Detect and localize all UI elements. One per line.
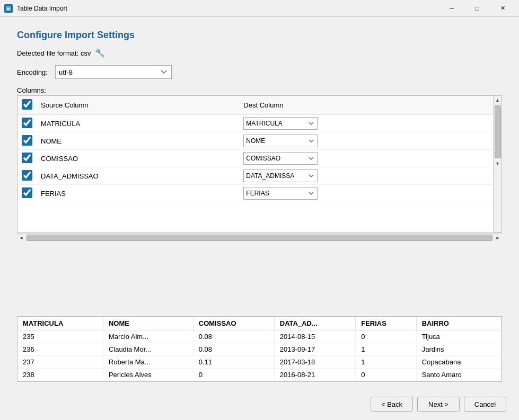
col-dest-cell: COMISSAO <box>239 150 493 167</box>
column-row: NOME NOME <box>17 132 493 150</box>
preview-col-header: DATA_AD... <box>274 317 355 330</box>
col-header-dest: Dest Column <box>239 96 493 115</box>
next-button[interactable]: Next > <box>417 397 460 412</box>
page-title: Configure Import Settings <box>17 30 502 41</box>
table-cell: 235 <box>17 330 103 343</box>
preview-col-header: FERIAS <box>356 317 416 330</box>
table-cell: Claudia Mor... <box>103 343 193 356</box>
file-format-label: Detected file format: csv <box>17 49 91 57</box>
col-header-check <box>17 96 37 115</box>
col-source-name: DATA_ADMISSAO <box>37 167 239 185</box>
column-row: COMISSAO COMISSAO <box>17 150 493 167</box>
col-checkbox-2[interactable] <box>22 153 32 163</box>
table-row: 235Marcio Alm...0.082014-08-150Tijuca <box>17 330 502 343</box>
table-cell: Copacabana <box>416 356 501 369</box>
col-dest-cell: DATA_ADMISSA <box>239 167 493 185</box>
encoding-select[interactable]: utf-8 latin-1 iso-8859-1 ascii <box>55 65 172 79</box>
horiz-scroll-thumb[interactable] <box>27 235 492 241</box>
select-all-checkbox[interactable] <box>22 99 32 110</box>
table-cell: 0 <box>356 330 416 343</box>
app-icon <box>4 4 13 13</box>
col-checkbox-1[interactable] <box>22 135 32 146</box>
col-checkbox-4[interactable] <box>22 187 32 198</box>
table-cell: 0 <box>193 369 274 381</box>
table-cell: Jardins <box>416 343 501 356</box>
table-cell: 0 <box>356 369 416 381</box>
scroll-right-arrow[interactable]: ► <box>494 234 502 242</box>
columns-table: Source Column Dest Column MATRICULA MATR… <box>17 96 493 202</box>
table-row: 237Roberta Ma...0.112017-03-181Copacaban… <box>17 356 502 369</box>
scroll-left-arrow[interactable]: ◄ <box>17 234 25 242</box>
table-row: 236Claudia Mor...0.082013-09-171Jardins <box>17 343 502 356</box>
wrench-icon[interactable]: 🔧 <box>95 48 105 58</box>
col-check-cell <box>17 185 37 202</box>
table-cell: 238 <box>17 369 103 381</box>
table-cell: 0.08 <box>193 343 274 356</box>
table-cell: Tijuca <box>416 330 501 343</box>
table-cell: Roberta Ma... <box>103 356 193 369</box>
svg-rect-1 <box>7 8 10 9</box>
columns-label: Columns: <box>17 86 502 94</box>
col-check-cell <box>17 167 37 185</box>
col-check-cell <box>17 115 37 132</box>
col-dest-select-4[interactable]: FERIAS <box>243 187 318 200</box>
preview-table: MATRICULANOMECOMISSAODATA_AD...FERIASBAI… <box>17 317 502 381</box>
table-cell: Pericles Alves <box>103 369 193 381</box>
minimize-button[interactable]: ─ <box>439 0 464 17</box>
table-cell: 2017-03-18 <box>274 356 355 369</box>
col-source-name: MATRICULA <box>37 115 239 132</box>
encoding-label: Encoding: <box>17 68 49 76</box>
col-source-name: FERIAS <box>37 185 239 202</box>
window: Table Data Import ─ □ ✕ Configure Import… <box>0 0 519 420</box>
column-row: DATA_ADMISSAO DATA_ADMISSA <box>17 167 493 185</box>
window-title: Table Data Import <box>17 5 439 12</box>
table-cell: 2013-09-17 <box>274 343 355 356</box>
preview-col-header: COMISSAO <box>193 317 274 330</box>
table-cell: 2014-08-15 <box>274 330 355 343</box>
scroll-thumb[interactable] <box>495 105 501 158</box>
col-dest-cell: MATRICULA <box>239 115 493 132</box>
preview-col-header: BAIRRO <box>416 317 501 330</box>
col-check-cell <box>17 132 37 150</box>
table-cell: 1 <box>356 356 416 369</box>
close-button[interactable]: ✕ <box>490 0 515 17</box>
encoding-row: Encoding: utf-8 latin-1 iso-8859-1 ascii <box>17 65 502 79</box>
back-button[interactable]: < Back <box>371 397 413 412</box>
column-row: MATRICULA MATRICULA <box>17 115 493 132</box>
vertical-scrollbar[interactable]: ▲ ▼ <box>493 96 502 233</box>
columns-section: Columns: Source Column Dest Column <box>17 86 502 309</box>
table-row: 238Pericles Alves02016-08-210Santo Amaro <box>17 369 502 381</box>
preview-table-wrapper: MATRICULANOMECOMISSAODATA_AD...FERIASBAI… <box>17 316 502 382</box>
col-check-cell <box>17 150 37 167</box>
svg-rect-2 <box>7 9 9 10</box>
table-cell: 0.08 <box>193 330 274 343</box>
columns-scroll-area[interactable]: Source Column Dest Column MATRICULA MATR… <box>17 96 493 233</box>
titlebar: Table Data Import ─ □ ✕ <box>0 0 519 17</box>
col-checkbox-0[interactable] <box>22 118 32 128</box>
scroll-down-arrow[interactable]: ▼ <box>494 159 502 168</box>
table-cell: 0.11 <box>193 356 274 369</box>
horizontal-scrollbar[interactable]: ◄ ► <box>17 233 502 242</box>
table-cell: 1 <box>356 343 416 356</box>
footer: < Back Next > Cancel <box>0 390 519 420</box>
cancel-button[interactable]: Cancel <box>464 397 506 412</box>
col-dest-cell: NOME <box>239 132 493 150</box>
col-dest-cell: FERIAS <box>239 185 493 202</box>
col-checkbox-3[interactable] <box>22 170 32 181</box>
col-dest-select-3[interactable]: DATA_ADMISSA <box>243 169 318 182</box>
table-cell: Marcio Alm... <box>103 330 193 343</box>
col-dest-select-1[interactable]: NOME <box>243 135 318 147</box>
scroll-up-arrow[interactable]: ▲ <box>494 96 502 104</box>
preview-col-header: NOME <box>103 317 193 330</box>
col-header-source: Source Column <box>37 96 239 115</box>
table-cell: 237 <box>17 356 103 369</box>
table-cell: 236 <box>17 343 103 356</box>
window-controls: ─ □ ✕ <box>439 0 515 17</box>
col-source-name: NOME <box>37 132 239 150</box>
maximize-button[interactable]: □ <box>465 0 489 17</box>
col-dest-select-0[interactable]: MATRICULA <box>243 117 318 130</box>
table-cell: Santo Amaro <box>416 369 501 381</box>
main-content: Configure Import Settings Detected file … <box>0 17 519 390</box>
col-dest-select-2[interactable]: COMISSAO <box>243 152 318 165</box>
preview-col-header: MATRICULA <box>17 317 103 330</box>
